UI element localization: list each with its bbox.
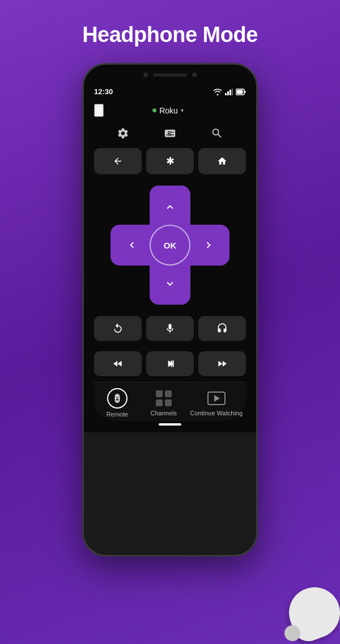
phone-mockup: 12:30 <box>82 63 258 557</box>
right-chevron-icon <box>202 239 215 251</box>
options-button[interactable]: ✱ <box>146 148 194 174</box>
wifi-icon <box>213 89 222 95</box>
media-row-2 <box>94 351 246 376</box>
svg-point-12 <box>117 400 118 401</box>
svg-rect-18 <box>165 399 172 406</box>
play-pause-button[interactable] <box>146 351 194 376</box>
search-button[interactable] <box>209 125 226 145</box>
fast-forward-icon <box>216 358 228 369</box>
svg-rect-15 <box>156 390 163 397</box>
channels-icon <box>155 389 173 407</box>
rewind-icon <box>112 358 124 369</box>
dpad-down-button[interactable] <box>150 262 190 305</box>
remote-label: Remote <box>107 411 129 418</box>
battery-icon <box>236 89 246 95</box>
keyboard-icon <box>163 127 177 140</box>
icon-row <box>94 125 246 145</box>
media-row-1 <box>94 316 246 341</box>
speaker-bar <box>153 73 187 77</box>
headphones-icon <box>216 323 228 334</box>
settings-icon <box>117 127 129 140</box>
replay-button[interactable] <box>94 316 142 341</box>
status-bar: 12:30 <box>84 85 256 98</box>
status-time: 12:30 <box>94 87 113 96</box>
connection-dot <box>152 108 156 112</box>
svg-point-14 <box>117 396 118 397</box>
dpad-container: OK <box>94 186 246 305</box>
ok-button[interactable]: OK <box>150 225 190 266</box>
nav-channels[interactable]: Channels <box>144 389 184 416</box>
svg-marker-20 <box>214 395 220 402</box>
down-chevron-icon <box>164 277 176 290</box>
page-title: Headphone Mode <box>82 23 258 47</box>
mic-button[interactable] <box>146 316 194 341</box>
rewind-button[interactable] <box>94 351 142 376</box>
up-chevron-icon <box>164 201 176 213</box>
svg-rect-1 <box>227 91 229 95</box>
channels-label: Channels <box>150 410 176 416</box>
roku-indicator: Roku ▾ <box>152 106 184 115</box>
dpad-up-button[interactable] <box>150 186 190 228</box>
camera-dot-left <box>143 73 148 77</box>
options-icon: ✱ <box>166 155 175 167</box>
continue-watching-icon <box>207 389 226 407</box>
continue-watching-label: Continue Watching <box>190 410 243 416</box>
search-icon <box>211 127 223 140</box>
app-topbar: ✕ Roku ▾ <box>94 104 246 117</box>
signal-icon <box>225 89 233 95</box>
remote-icon <box>112 393 122 403</box>
replay-icon <box>112 323 124 334</box>
nav-button-row: ✱ <box>94 148 246 174</box>
svg-rect-5 <box>237 90 243 94</box>
back-button[interactable] <box>94 148 142 174</box>
keyboard-button[interactable] <box>161 125 179 145</box>
media-controls <box>94 316 246 382</box>
dpad-right-button[interactable] <box>187 225 230 266</box>
device-chevron: ▾ <box>181 107 184 113</box>
settings-button[interactable] <box>114 125 131 145</box>
svg-rect-8 <box>173 360 174 367</box>
svg-rect-7 <box>171 360 172 367</box>
svg-point-13 <box>117 398 118 399</box>
headphones-button[interactable] <box>198 316 246 341</box>
svg-rect-16 <box>165 390 172 397</box>
svg-rect-0 <box>225 93 227 95</box>
back-icon <box>113 156 123 166</box>
mic-icon <box>164 323 176 334</box>
remote-icon-circle <box>107 388 128 409</box>
phone-frame: 12:30 <box>82 63 258 557</box>
fast-forward-button[interactable] <box>198 351 246 376</box>
status-icons <box>213 89 246 95</box>
camera-dot-right <box>192 73 197 77</box>
home-icon <box>217 156 227 166</box>
nav-continue-watching[interactable]: Continue Watching <box>190 389 243 416</box>
svg-rect-2 <box>230 90 231 95</box>
earbuds-decoration <box>272 570 340 644</box>
close-button[interactable]: ✕ <box>94 104 104 117</box>
bottom-nav: Remote Channels Contin <box>94 382 246 421</box>
dpad-left-button[interactable] <box>110 225 153 266</box>
app-content: ✕ Roku ▾ <box>84 98 256 432</box>
home-button[interactable] <box>198 148 246 174</box>
nav-home-indicator <box>159 423 181 426</box>
svg-rect-3 <box>232 89 233 95</box>
play-pause-icon <box>164 358 176 369</box>
svg-rect-6 <box>245 91 246 93</box>
nav-remote[interactable]: Remote <box>97 388 137 418</box>
svg-rect-17 <box>156 399 163 406</box>
dpad: OK <box>110 186 230 305</box>
device-name: Roku <box>159 106 178 115</box>
phone-notch <box>84 65 256 85</box>
earbud-tip <box>284 625 300 641</box>
left-chevron-icon <box>126 239 138 251</box>
